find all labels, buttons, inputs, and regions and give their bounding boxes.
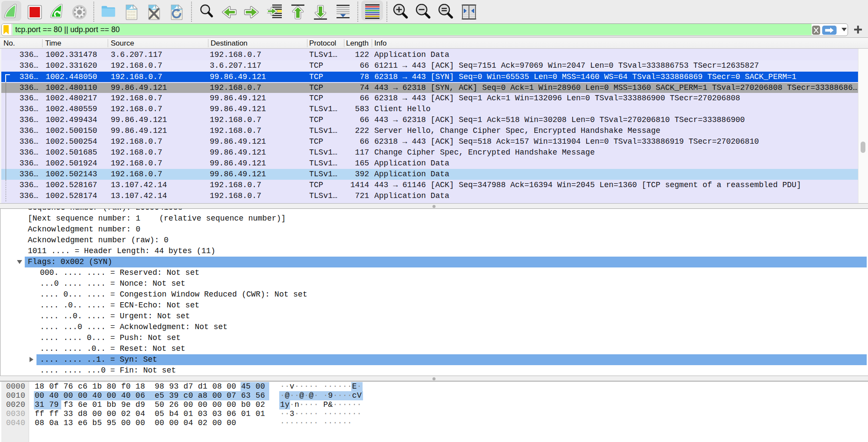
svg-text:01101: 01101 bbox=[128, 13, 136, 16]
svg-text:01110: 01110 bbox=[128, 16, 136, 20]
svg-text:01010: 01010 bbox=[128, 10, 136, 13]
